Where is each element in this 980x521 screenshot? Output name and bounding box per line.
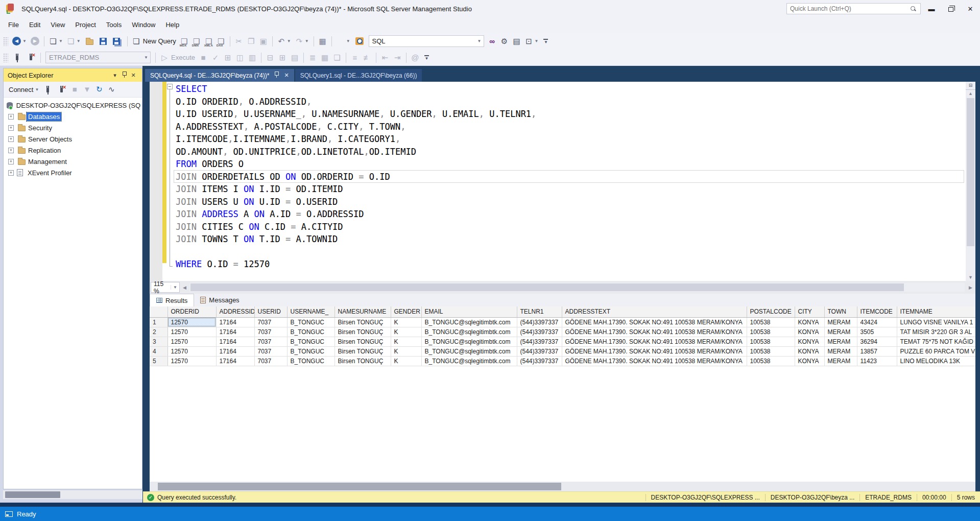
- scrollbar-thumb[interactable]: [967, 98, 974, 246]
- grid-cell[interactable]: B_TONGUC: [287, 346, 334, 356]
- scroll-right-icon[interactable]: ▶: [966, 285, 975, 290]
- quick-launch-input[interactable]: [787, 5, 911, 12]
- code-line[interactable]: U.ID USERID, U.USERNAME_, U.NAMESURNAME,…: [176, 108, 960, 121]
- comment-button[interactable]: ≡: [349, 53, 361, 63]
- tree-item-security[interactable]: +Security: [4, 122, 142, 133]
- uncomment-button[interactable]: ≢: [362, 53, 373, 63]
- intellisense-button[interactable]: ▥: [247, 53, 258, 63]
- grid-cell[interactable]: KONYA: [795, 337, 824, 346]
- grid-cell[interactable]: B_TONGUC: [287, 337, 334, 346]
- stop-icon[interactable]: ■: [69, 84, 80, 94]
- code-line[interactable]: JOIN CITIES C ON C.ID = A.CITYID: [176, 221, 960, 233]
- close-button[interactable]: ✕: [961, 0, 980, 17]
- editor-vscrollbar[interactable]: ⊟ ▲ ▼: [966, 82, 975, 281]
- scrollbar-thumb[interactable]: [158, 483, 561, 490]
- tab-messages[interactable]: Messages: [194, 294, 245, 306]
- grid-cell[interactable]: 3505: [857, 327, 897, 337]
- minimize-button[interactable]: ▬: [922, 0, 941, 17]
- grid-cell[interactable]: Birsen TONGUÇ: [334, 327, 391, 337]
- grid-cell[interactable]: 17164: [216, 337, 254, 346]
- cut-button[interactable]: ✂: [233, 36, 245, 46]
- column-header-addressid[interactable]: ADDRESSID: [216, 306, 254, 317]
- grid-cell[interactable]: Birsen TONGUÇ: [334, 337, 391, 346]
- grid-cell[interactable]: K: [391, 337, 421, 346]
- dmx-query-button[interactable]: ❏DMX: [191, 36, 202, 46]
- copy-button[interactable]: ❐: [246, 36, 257, 46]
- expand-plus-icon[interactable]: +: [8, 114, 14, 120]
- increase-indent-button[interactable]: ⇥: [392, 53, 403, 63]
- column-header-postalcode[interactable]: POSTALCODE: [747, 306, 795, 317]
- grid-cell[interactable]: 12570: [168, 356, 216, 366]
- new-query-button[interactable]: ❏New Query: [131, 36, 178, 46]
- expand-plus-icon[interactable]: +: [8, 125, 14, 131]
- toolbar2-overflow-button[interactable]: ▼: [424, 55, 429, 60]
- grid-cell[interactable]: 17164: [216, 327, 254, 337]
- column-header-telnr1[interactable]: TELNR1: [517, 306, 562, 317]
- sql-type-combo[interactable]: SQL▼: [369, 35, 484, 47]
- expand-plus-icon[interactable]: +: [8, 170, 14, 176]
- code-line[interactable]: SELECT: [176, 83, 960, 96]
- toolbar-overflow-button[interactable]: ▼: [543, 39, 548, 43]
- column-header-namesurname[interactable]: NAMESURNAME: [334, 306, 391, 317]
- database-combo[interactable]: ETRADE_RDMS▼: [45, 52, 151, 63]
- column-header-gender[interactable]: GENDER: [391, 306, 421, 317]
- vs-window-button[interactable]: ∞: [487, 36, 498, 46]
- actual-plan-button[interactable]: ⊟: [265, 53, 276, 63]
- grid-cell[interactable]: Birsen TONGUÇ: [334, 346, 391, 356]
- grid-cell[interactable]: 7037: [254, 346, 287, 356]
- change-connection-button[interactable]: [25, 54, 37, 61]
- new-query-file-button[interactable]: ❏▼: [47, 36, 64, 46]
- row-number-cell[interactable]: 4: [150, 346, 168, 356]
- grid-cell[interactable]: 7037: [254, 356, 287, 366]
- code-line[interactable]: JOIN ORDERDETAILS OD ON OD.ORDERID = O.I…: [176, 171, 960, 183]
- menu-item-tools[interactable]: Tools: [101, 19, 127, 31]
- navigate-forward-button[interactable]: ▶: [29, 36, 41, 46]
- filter-icon[interactable]: ▼: [81, 84, 92, 94]
- results-to-grid-button[interactable]: ▦: [319, 53, 330, 63]
- grid-cell[interactable]: 100538: [747, 356, 795, 366]
- grid-cell[interactable]: 12570: [168, 327, 216, 337]
- grid-cell[interactable]: (544)3397337: [517, 337, 562, 346]
- grid-cell[interactable]: Birsen TONGUÇ: [334, 356, 391, 366]
- grid-cell[interactable]: LINO MELODIKA 13K: [897, 356, 975, 366]
- grid-cell[interactable]: KONYA: [795, 317, 824, 327]
- results-to-file-button[interactable]: ❏: [331, 53, 343, 63]
- grid-cell[interactable]: 17164: [216, 346, 254, 356]
- code-line[interactable]: OD.AMOUNT, OD.UNITPRICE,OD.LINETOTAL,OD.…: [176, 146, 960, 158]
- grid-cell[interactable]: GÖDENE MAH.17390. SOKAK NO:491 100538 ME…: [562, 337, 747, 346]
- cancel-query-button[interactable]: ■: [198, 53, 209, 63]
- selection-box-button[interactable]: ▦: [317, 36, 328, 46]
- row-number-cell[interactable]: 1: [150, 317, 168, 327]
- chevron-down-icon[interactable]: ▼: [305, 39, 309, 43]
- scroll-up-icon[interactable]: ▲: [966, 91, 975, 96]
- object-explorer-hscrollbar[interactable]: [3, 490, 142, 499]
- undo-button[interactable]: ↶▼: [276, 36, 293, 46]
- code-line[interactable]: O.ID ORDERID, O.ADDRESSID,: [176, 96, 960, 108]
- code-line[interactable]: FROM ORDERS O: [176, 158, 960, 171]
- code-line[interactable]: I.ITEMCODE,I.ITEMNAME,I.BRAND, I.CATEGOR…: [176, 133, 960, 146]
- grid-cell[interactable]: 7037: [254, 317, 287, 327]
- code-line[interactable]: JOIN USERS U ON U.ID = O.USERID: [176, 196, 960, 208]
- collapse-region-icon[interactable]: −: [167, 84, 173, 89]
- live-stats-button[interactable]: ⊞: [277, 53, 288, 63]
- grid-cell[interactable]: 100538: [747, 337, 795, 346]
- grid-cell[interactable]: 100538: [747, 346, 795, 356]
- open-file-button[interactable]: [83, 37, 96, 46]
- client-statistics-button[interactable]: ▤: [289, 53, 300, 63]
- expand-plus-icon[interactable]: +: [8, 159, 14, 164]
- grid-cell[interactable]: B_TONGUC@sqlegitimbtk.com: [421, 317, 517, 327]
- column-header-addresstext[interactable]: ADDRESSTEXT: [562, 306, 747, 317]
- grid-cell[interactable]: (544)3397337: [517, 317, 562, 327]
- grid-cell[interactable]: GÖDENE MAH.17390. SOKAK NO:491 100538 ME…: [562, 317, 747, 327]
- scroll-down-icon[interactable]: ▼: [966, 275, 975, 280]
- template-parameters-button[interactable]: @: [410, 53, 421, 63]
- chevron-down-icon[interactable]: ▼: [59, 39, 63, 43]
- tree-item-management[interactable]: +Management: [4, 156, 142, 167]
- grid-cell[interactable]: 7037: [254, 327, 287, 337]
- grid-cell[interactable]: 13857: [857, 346, 897, 356]
- disconnect-plug-icon[interactable]: [41, 86, 54, 93]
- grid-cell[interactable]: B_TONGUC@sqlegitimbtk.com: [421, 337, 517, 346]
- grid-cell[interactable]: K: [391, 327, 421, 337]
- column-header-itemcode[interactable]: ITEMCODE: [857, 306, 897, 317]
- code-line[interactable]: WHERE O.ID = 12570: [176, 258, 960, 271]
